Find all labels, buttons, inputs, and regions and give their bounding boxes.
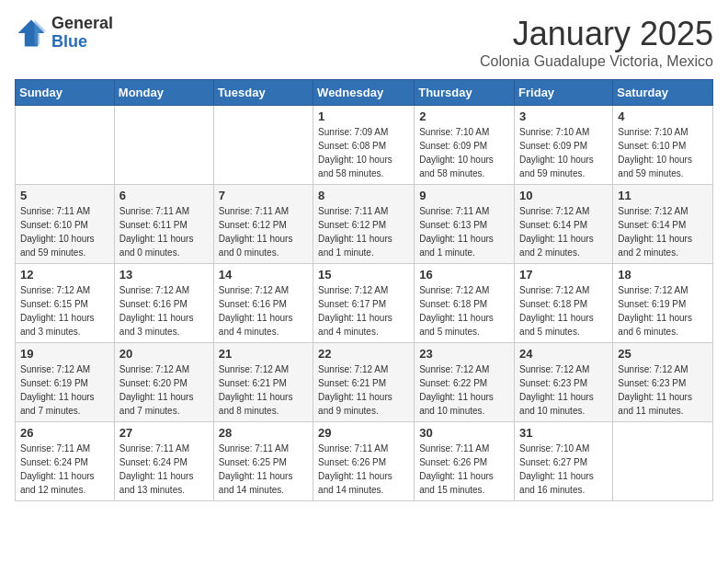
logo: General Blue (15, 15, 113, 52)
day-cell: 26Sunrise: 7:11 AM Sunset: 6:24 PM Dayli… (16, 422, 115, 501)
day-number: 22 (318, 347, 409, 361)
weekday-header-thursday: Thursday (415, 80, 515, 106)
day-cell: 12Sunrise: 7:12 AM Sunset: 6:15 PM Dayli… (16, 264, 115, 343)
day-number: 23 (419, 347, 509, 361)
weekday-header-monday: Monday (114, 80, 213, 106)
day-number: 10 (519, 189, 608, 202)
location-text: Colonia Guadalupe Victoria, Mexico (480, 53, 713, 70)
logo-general-text: General (51, 15, 113, 33)
day-cell: 24Sunrise: 7:12 AM Sunset: 6:23 PM Dayli… (515, 343, 613, 422)
day-number: 24 (519, 347, 608, 361)
day-number: 31 (519, 426, 608, 440)
day-number: 19 (20, 347, 109, 361)
day-info: Sunrise: 7:12 AM Sunset: 6:19 PM Dayligh… (20, 362, 109, 418)
day-info: Sunrise: 7:12 AM Sunset: 6:20 PM Dayligh… (119, 362, 209, 418)
day-cell: 9Sunrise: 7:11 AM Sunset: 6:13 PM Daylig… (415, 185, 515, 264)
day-number: 27 (119, 426, 209, 440)
day-info: Sunrise: 7:12 AM Sunset: 6:18 PM Dayligh… (519, 283, 608, 339)
day-info: Sunrise: 7:12 AM Sunset: 6:23 PM Dayligh… (519, 362, 608, 418)
day-number: 15 (318, 268, 409, 282)
day-number: 17 (519, 268, 608, 282)
day-number: 25 (618, 347, 708, 361)
weekday-header-wednesday: Wednesday (313, 80, 415, 106)
day-info: Sunrise: 7:09 AM Sunset: 6:08 PM Dayligh… (318, 125, 409, 180)
day-info: Sunrise: 7:10 AM Sunset: 6:09 PM Dayligh… (419, 125, 509, 180)
day-number: 6 (119, 189, 209, 202)
month-title: January 2025 (480, 15, 713, 53)
day-info: Sunrise: 7:11 AM Sunset: 6:24 PM Dayligh… (20, 442, 109, 497)
day-cell: 30Sunrise: 7:11 AM Sunset: 6:26 PM Dayli… (415, 422, 515, 501)
day-cell: 13Sunrise: 7:12 AM Sunset: 6:16 PM Dayli… (114, 264, 213, 343)
day-cell (613, 422, 713, 501)
day-number: 20 (119, 347, 209, 361)
weekday-header-row: SundayMondayTuesdayWednesdayThursdayFrid… (16, 80, 713, 106)
day-cell: 3Sunrise: 7:10 AM Sunset: 6:09 PM Daylig… (515, 106, 613, 185)
day-number: 18 (618, 268, 708, 282)
day-info: Sunrise: 7:11 AM Sunset: 6:11 PM Dayligh… (119, 204, 209, 259)
day-cell: 11Sunrise: 7:12 AM Sunset: 6:14 PM Dayli… (613, 185, 713, 264)
logo-blue-text: Blue (51, 33, 113, 52)
day-number: 5 (20, 189, 109, 202)
day-info: Sunrise: 7:12 AM Sunset: 6:16 PM Dayligh… (219, 283, 308, 339)
weekday-header-saturday: Saturday (613, 80, 713, 106)
day-info: Sunrise: 7:10 AM Sunset: 6:10 PM Dayligh… (618, 125, 708, 180)
weekday-header-friday: Friday (515, 80, 613, 106)
day-info: Sunrise: 7:12 AM Sunset: 6:21 PM Dayligh… (219, 362, 308, 418)
day-number: 16 (419, 268, 509, 282)
day-number: 4 (618, 109, 708, 123)
day-cell: 17Sunrise: 7:12 AM Sunset: 6:18 PM Dayli… (515, 264, 613, 343)
day-cell (213, 106, 313, 185)
day-number: 21 (219, 347, 308, 361)
week-row-4: 19Sunrise: 7:12 AM Sunset: 6:19 PM Dayli… (16, 343, 713, 422)
day-info: Sunrise: 7:11 AM Sunset: 6:26 PM Dayligh… (318, 442, 409, 497)
day-cell: 31Sunrise: 7:10 AM Sunset: 6:27 PM Dayli… (515, 422, 613, 501)
day-cell: 2Sunrise: 7:10 AM Sunset: 6:09 PM Daylig… (415, 106, 515, 185)
week-row-1: 1Sunrise: 7:09 AM Sunset: 6:08 PM Daylig… (16, 106, 713, 185)
day-number: 2 (419, 109, 509, 123)
day-number: 12 (20, 268, 109, 282)
day-cell: 7Sunrise: 7:11 AM Sunset: 6:12 PM Daylig… (213, 185, 313, 264)
day-info: Sunrise: 7:11 AM Sunset: 6:25 PM Dayligh… (219, 442, 308, 497)
day-cell: 5Sunrise: 7:11 AM Sunset: 6:10 PM Daylig… (16, 185, 115, 264)
day-number: 29 (318, 426, 409, 440)
day-number: 8 (318, 189, 409, 202)
day-cell: 10Sunrise: 7:12 AM Sunset: 6:14 PM Dayli… (515, 185, 613, 264)
logo-icon (15, 17, 48, 50)
page-header: General Blue January 2025 Colonia Guadal… (15, 15, 713, 70)
day-info: Sunrise: 7:12 AM Sunset: 6:14 PM Dayligh… (618, 204, 708, 259)
week-row-3: 12Sunrise: 7:12 AM Sunset: 6:15 PM Dayli… (16, 264, 713, 343)
day-number: 14 (219, 268, 308, 282)
day-cell: 29Sunrise: 7:11 AM Sunset: 6:26 PM Dayli… (313, 422, 415, 501)
day-number: 13 (119, 268, 209, 282)
day-cell: 25Sunrise: 7:12 AM Sunset: 6:23 PM Dayli… (613, 343, 713, 422)
day-info: Sunrise: 7:12 AM Sunset: 6:18 PM Dayligh… (419, 283, 509, 339)
day-cell: 6Sunrise: 7:11 AM Sunset: 6:11 PM Daylig… (114, 185, 213, 264)
day-cell: 14Sunrise: 7:12 AM Sunset: 6:16 PM Dayli… (213, 264, 313, 343)
day-info: Sunrise: 7:12 AM Sunset: 6:15 PM Dayligh… (20, 283, 109, 339)
day-info: Sunrise: 7:11 AM Sunset: 6:12 PM Dayligh… (318, 204, 409, 259)
week-row-2: 5Sunrise: 7:11 AM Sunset: 6:10 PM Daylig… (16, 185, 713, 264)
day-number: 30 (419, 426, 509, 440)
day-info: Sunrise: 7:12 AM Sunset: 6:19 PM Dayligh… (618, 283, 708, 339)
day-cell: 1Sunrise: 7:09 AM Sunset: 6:08 PM Daylig… (313, 106, 415, 185)
day-info: Sunrise: 7:11 AM Sunset: 6:12 PM Dayligh… (219, 204, 308, 259)
day-cell: 21Sunrise: 7:12 AM Sunset: 6:21 PM Dayli… (213, 343, 313, 422)
day-info: Sunrise: 7:11 AM Sunset: 6:24 PM Dayligh… (119, 442, 209, 497)
day-cell: 27Sunrise: 7:11 AM Sunset: 6:24 PM Dayli… (114, 422, 213, 501)
day-number: 9 (419, 189, 509, 202)
day-cell: 20Sunrise: 7:12 AM Sunset: 6:20 PM Dayli… (114, 343, 213, 422)
day-number: 26 (20, 426, 109, 440)
day-info: Sunrise: 7:11 AM Sunset: 6:10 PM Dayligh… (20, 204, 109, 259)
calendar-table: SundayMondayTuesdayWednesdayThursdayFrid… (15, 79, 713, 501)
logo-text: General Blue (51, 15, 113, 52)
day-cell: 18Sunrise: 7:12 AM Sunset: 6:19 PM Dayli… (613, 264, 713, 343)
day-number: 11 (618, 189, 708, 202)
day-cell: 16Sunrise: 7:12 AM Sunset: 6:18 PM Dayli… (415, 264, 515, 343)
day-info: Sunrise: 7:12 AM Sunset: 6:14 PM Dayligh… (519, 204, 608, 259)
day-info: Sunrise: 7:10 AM Sunset: 6:27 PM Dayligh… (519, 442, 608, 497)
day-cell: 4Sunrise: 7:10 AM Sunset: 6:10 PM Daylig… (613, 106, 713, 185)
day-info: Sunrise: 7:10 AM Sunset: 6:09 PM Dayligh… (519, 125, 608, 180)
week-row-5: 26Sunrise: 7:11 AM Sunset: 6:24 PM Dayli… (16, 422, 713, 501)
day-cell: 15Sunrise: 7:12 AM Sunset: 6:17 PM Dayli… (313, 264, 415, 343)
day-cell: 28Sunrise: 7:11 AM Sunset: 6:25 PM Dayli… (213, 422, 313, 501)
